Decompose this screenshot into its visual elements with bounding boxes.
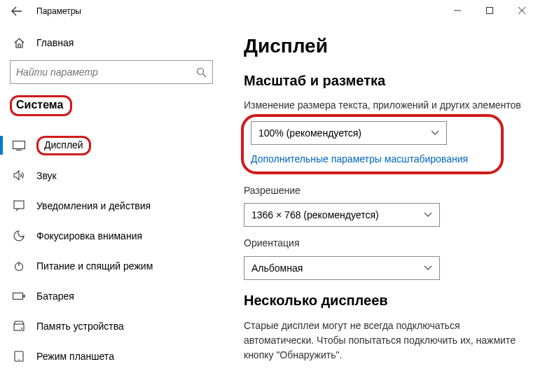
multi-heading: Несколько дисплеев	[244, 293, 521, 309]
arrow-left-icon	[11, 6, 22, 17]
sidebar-item-focus[interactable]: Фокусировка внимания	[10, 220, 221, 251]
home-label: Главная	[36, 37, 74, 48]
svg-point-8	[21, 328, 22, 329]
scale-select[interactable]: 100% (рекомендуется)	[251, 121, 447, 145]
scale-block: Изменение размера текста, приложений и д…	[244, 99, 521, 174]
settings-window: Параметры Главная Система	[0, 0, 538, 392]
search-icon	[196, 67, 207, 78]
sidebar-item-storage[interactable]: Память устройства	[10, 311, 221, 341]
search-box[interactable]	[10, 60, 213, 84]
orientation-block: Ориентация Альбомная	[244, 237, 521, 280]
sidebar-item-notifications[interactable]: Уведомления и действия	[10, 190, 221, 220]
tablet-icon	[13, 350, 25, 363]
svg-rect-0	[487, 8, 493, 14]
advanced-scaling-link[interactable]: Дополнительные параметры масштабирования	[251, 153, 468, 164]
sidebar-item-label: Уведомления и действия	[36, 200, 151, 211]
focus-icon	[13, 230, 25, 242]
scale-value: 100% (рекомендуется)	[258, 127, 361, 139]
sidebar-item-battery[interactable]: Батарея	[10, 281, 221, 311]
scale-heading: Масштаб и разметка	[244, 73, 521, 89]
annotation-scale: 100% (рекомендуется) Дополнительные пара…	[241, 114, 504, 174]
resolution-block: Разрешение 1366 × 768 (рекомендуется)	[244, 184, 521, 227]
multi-text: Старые дисплеи могут не всегда подключат…	[244, 318, 521, 363]
resolution-select[interactable]: 1366 × 768 (рекомендуется)	[244, 203, 440, 227]
back-button[interactable]	[10, 4, 24, 18]
sidebar-item-sound[interactable]: Звук	[10, 160, 221, 190]
page-title: Дисплей	[244, 35, 521, 57]
sidebar-item-label: Питание и спящий режим	[36, 260, 153, 272]
home-link[interactable]: Главная	[13, 28, 221, 57]
resolution-label: Разрешение	[244, 184, 521, 198]
power-icon	[13, 260, 25, 272]
minimize-icon	[454, 7, 461, 14]
close-icon	[518, 7, 525, 14]
category-wrap: Система	[10, 95, 221, 123]
orientation-value: Альбомная	[251, 262, 303, 274]
orientation-label: Ориентация	[244, 237, 521, 251]
chevron-down-icon	[431, 130, 439, 136]
sidebar-item-label: Память устройства	[36, 321, 124, 332]
sidebar-category: Система	[10, 95, 72, 116]
svg-rect-6	[24, 295, 25, 298]
sidebar-item-label: Дисплей	[36, 136, 91, 155]
sidebar: Главная Система Дисплей Звук	[0, 22, 231, 392]
close-button[interactable]	[506, 0, 538, 21]
notifications-icon	[13, 200, 25, 212]
sidebar-item-display[interactable]: Дисплей	[10, 130, 221, 160]
window-controls	[441, 0, 538, 21]
content-pane: Дисплей Масштаб и разметка Изменение раз…	[231, 22, 538, 392]
display-icon	[13, 139, 25, 152]
svg-rect-5	[13, 293, 23, 299]
battery-icon	[13, 290, 25, 302]
sidebar-item-label: Звук	[36, 170, 57, 181]
search-input[interactable]	[16, 66, 196, 78]
svg-point-10	[18, 359, 20, 360]
titlebar: Параметры	[0, 0, 538, 22]
sidebar-item-label: Режим планшета	[36, 351, 114, 362]
window-title: Параметры	[36, 6, 81, 16]
sidebar-item-power[interactable]: Питание и спящий режим	[10, 251, 221, 281]
svg-point-1	[198, 68, 204, 74]
search-wrap	[10, 60, 221, 84]
sound-icon	[13, 169, 25, 182]
maximize-button[interactable]	[474, 0, 506, 21]
scale-label: Изменение размера текста, приложений и д…	[244, 99, 521, 113]
svg-rect-2	[13, 141, 25, 148]
nav-list: Дисплей Звук Уведомления и действия Фоку…	[10, 130, 221, 371]
sidebar-item-label: Фокусировка внимания	[36, 230, 142, 241]
storage-icon	[13, 320, 25, 332]
chevron-down-icon	[424, 212, 432, 218]
svg-rect-7	[14, 324, 24, 330]
orientation-select[interactable]: Альбомная	[244, 256, 440, 280]
maximize-icon	[486, 7, 493, 14]
sidebar-item-label: Батарея	[36, 290, 74, 302]
chevron-down-icon	[424, 265, 432, 271]
minimize-button[interactable]	[441, 0, 474, 21]
resolution-value: 1366 × 768 (рекомендуется)	[251, 209, 379, 220]
body-area: Главная Система Дисплей Звук	[0, 22, 538, 392]
svg-rect-3	[14, 201, 24, 209]
home-icon	[13, 36, 25, 49]
sidebar-item-tablet[interactable]: Режим планшета	[10, 341, 221, 371]
